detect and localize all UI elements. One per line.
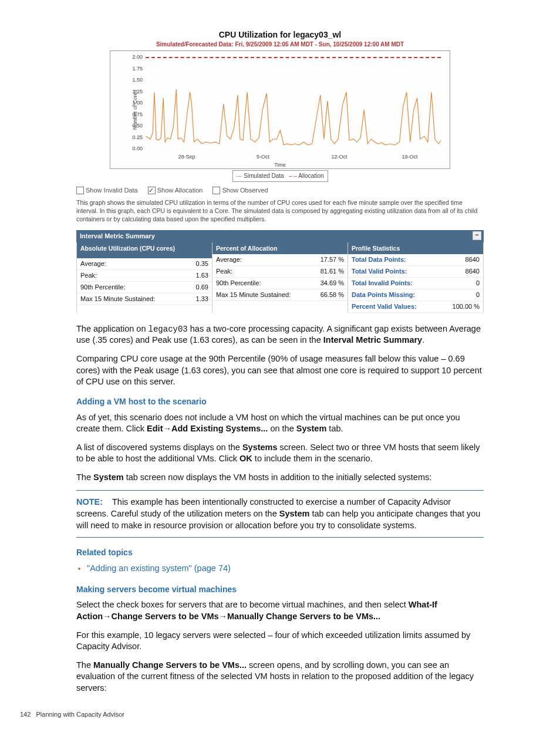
page-footer: 142 Planning with Capacity Advisor (20, 710, 542, 719)
paragraph: Select the check boxes for servers that … (76, 599, 484, 622)
legend-simulated: Simulated Data (244, 173, 284, 179)
interval-metric-summary: Interval Metric Summary − Absolute Utili… (76, 230, 484, 312)
related-topics-list: "Adding an existing system" (page 74) (87, 563, 484, 575)
ytick: 2.00 (110, 53, 145, 60)
xtick: 5-Oct (257, 153, 269, 160)
paragraph: For this example, 10 legacy servers were… (76, 630, 484, 653)
page-number: 142 (20, 711, 31, 718)
chart-x-axis-label: Time (110, 161, 450, 168)
paragraph: The application on legacy03 has a two-co… (76, 323, 484, 346)
xtick: 19-Oct (402, 153, 417, 160)
show-observed-checkbox[interactable]: Show Observed (212, 187, 268, 194)
body-content: The application on legacy03 has a two-co… (76, 323, 484, 694)
paragraph: Comparing CPU core usage at the 90th Per… (76, 353, 484, 388)
paragraph: As of yet, this scenario does not includ… (76, 412, 484, 435)
ytick: 0.00 (110, 145, 145, 152)
chart-subtitle: Simulated/Forecasted Data: Fri, 9/25/200… (110, 40, 450, 49)
xtick: 28-Sep (178, 153, 195, 160)
simulated-data-line (146, 57, 441, 151)
ims-col-absolute: Absolute Utilization (CPU cores) Average… (77, 242, 212, 312)
footer-section: Planning with Capacity Advisor (36, 711, 124, 718)
legend-allocation: Allocation (298, 173, 323, 179)
chart-legend: — Simulated Data – – Allocation (232, 170, 328, 182)
ytick: 1.75 (110, 65, 145, 72)
paragraph: A list of discovered systems displays on… (76, 442, 484, 465)
cpu-utilization-chart: CPU Utilization for legacy03_wl Simulate… (110, 29, 450, 182)
heading-related-topics: Related topics (76, 547, 484, 558)
ytick: 1.00 (110, 99, 145, 106)
note-block: NOTE: This example has been intentionall… (76, 490, 484, 538)
ytick: 1.50 (110, 76, 145, 83)
ims-header: Interval Metric Summary − (76, 230, 484, 242)
xtick: 12-Oct (331, 153, 347, 160)
related-link[interactable]: "Adding an existing system" (page 74) (87, 563, 231, 573)
chart-caption: This graph shows the simulated CPU utili… (76, 199, 484, 223)
chart-plot-area: Number of Cores 2.00 1.75 1.50 1.25 1.00… (110, 50, 450, 169)
collapse-icon[interactable]: − (473, 231, 481, 240)
ims-col-header: Absolute Utilization (CPU cores) (77, 242, 212, 258)
chart-options-row: Show Invalid Data Show Allocation Show O… (76, 185, 542, 195)
paragraph: The System tab screen now displays the V… (76, 472, 484, 484)
ims-col-profile: Profile Statistics Total Data Points:864… (348, 242, 484, 312)
ims-col-header: Profile Statistics (348, 242, 483, 254)
note-label: NOTE: (76, 497, 103, 507)
show-invalid-checkbox[interactable]: Show Invalid Data (76, 187, 138, 194)
heading-adding-vm-host: Adding a VM host to the scenario (76, 396, 484, 407)
ims-col-percent: Percent of Allocation Average:17.57 % Pe… (212, 242, 348, 312)
ytick: 0.25 (110, 134, 145, 141)
chart-title: CPU Utilization for legacy03_wl (110, 29, 450, 40)
heading-making-servers-vms: Making servers become virtual machines (76, 584, 484, 595)
ytick: 0.50 (110, 122, 145, 129)
show-allocation-checkbox[interactable]: Show Allocation (148, 187, 203, 194)
paragraph: The Manually Change Servers to be VMs...… (76, 660, 484, 694)
ytick: 1.25 (110, 88, 145, 95)
ims-col-header: Percent of Allocation (212, 242, 348, 254)
ytick: 0.75 (110, 111, 145, 118)
